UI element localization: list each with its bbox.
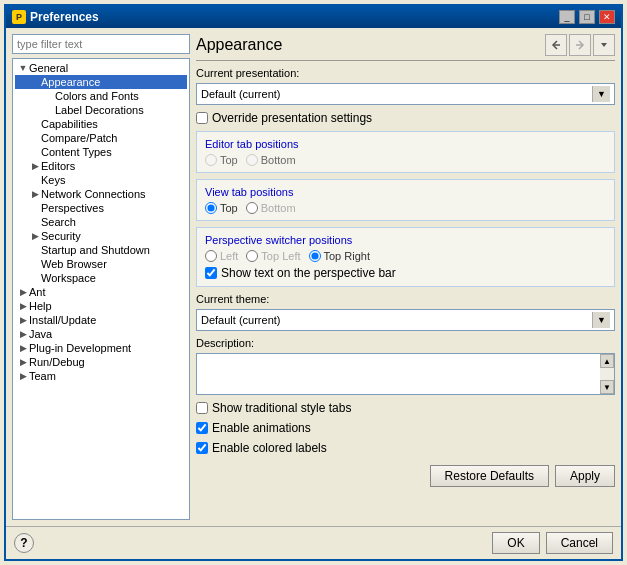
expand-icon [29, 272, 41, 284]
show-traditional-label: Show traditional style tabs [212, 401, 351, 415]
view-tab-bottom-option: Bottom [246, 202, 296, 214]
maximize-button[interactable]: □ [579, 10, 595, 24]
restore-defaults-button[interactable]: Restore Defaults [430, 465, 549, 487]
tree-item-startup-shutdown[interactable]: Startup and Shutdown [15, 243, 187, 257]
back-button[interactable] [545, 34, 567, 56]
expand-icon: ▶ [17, 328, 29, 340]
forward-button[interactable] [569, 34, 591, 56]
perspective-left-option: Left [205, 250, 238, 262]
filter-input[interactable] [12, 34, 190, 54]
tree-item-install-update[interactable]: ▶ Install/Update [15, 313, 187, 327]
description-row: Description: ▲ ▼ [196, 337, 615, 395]
editor-tab-bottom-radio[interactable] [246, 154, 258, 166]
tree-item-compare-patch[interactable]: Compare/Patch [15, 131, 187, 145]
description-scrollbar: ▲ ▼ [600, 354, 614, 394]
expand-icon [29, 202, 41, 214]
tree-item-appearance[interactable]: Appearance [15, 75, 187, 89]
tree-item-web-browser[interactable]: Web Browser [15, 257, 187, 271]
tree-item-keys[interactable]: Keys [15, 173, 187, 187]
tree-item-ant[interactable]: ▶ Ant [15, 285, 187, 299]
view-tab-bottom-radio[interactable] [246, 202, 258, 214]
perspective-topright-radio[interactable] [309, 250, 321, 262]
left-panel: ▼ General Appearance Colors and Fonts La… [12, 34, 190, 520]
tree-item-team[interactable]: ▶ Team [15, 369, 187, 383]
show-text-checkbox[interactable] [205, 267, 217, 279]
help-button[interactable]: ? [14, 533, 34, 553]
perspective-left-radio[interactable] [205, 250, 217, 262]
tree-item-java[interactable]: ▶ Java [15, 327, 187, 341]
enable-colored-labels-row: Enable colored labels [196, 441, 615, 455]
apply-button[interactable]: Apply [555, 465, 615, 487]
tree-item-perspectives[interactable]: Perspectives [15, 201, 187, 215]
tree-item-editors[interactable]: ▶ Editors [15, 159, 187, 173]
enable-animations-label: Enable animations [212, 421, 311, 435]
expand-icon: ▶ [29, 230, 41, 242]
override-checkbox[interactable] [196, 112, 208, 124]
bottom-buttons-row: Restore Defaults Apply [196, 461, 615, 489]
show-traditional-checkbox[interactable] [196, 402, 208, 414]
tree-item-search[interactable]: Search [15, 215, 187, 229]
perspective-topleft-radio[interactable] [246, 250, 258, 262]
enable-animations-checkbox[interactable] [196, 422, 208, 434]
menu-dropdown-button[interactable] [593, 34, 615, 56]
expand-icon: ▶ [17, 356, 29, 368]
tree-item-capabilities[interactable]: Capabilities [15, 117, 187, 131]
perspective-switcher-section: Perspective switcher positions Left Top … [196, 227, 615, 287]
section-title: Appearance [196, 36, 545, 54]
editor-tab-top-option: Top [205, 154, 238, 166]
svg-marker-2 [601, 43, 607, 47]
view-tab-section: View tab positions Top Bottom [196, 179, 615, 221]
view-tab-top-label: Top [220, 202, 238, 214]
preferences-window: P Preferences _ □ ✕ ▼ General Appearance [4, 4, 623, 561]
expand-icon: ▶ [17, 300, 29, 312]
expand-icon: ▶ [29, 160, 41, 172]
show-text-row: Show text on the perspective bar [205, 266, 606, 280]
tree-item-content-types[interactable]: Content Types [15, 145, 187, 159]
right-panel: Appearance Current presentation: [196, 34, 615, 520]
scroll-down-button[interactable]: ▼ [600, 380, 614, 394]
enable-colored-labels-label: Enable colored labels [212, 441, 327, 455]
view-tab-section-title: View tab positions [205, 186, 606, 198]
perspective-topleft-option: Top Left [246, 250, 300, 262]
tree-item-workspace[interactable]: Workspace [15, 271, 187, 285]
view-tab-top-radio[interactable] [205, 202, 217, 214]
expand-icon [29, 76, 41, 88]
editor-tab-section-title: Editor tab positions [205, 138, 606, 150]
tree-item-colors-fonts[interactable]: Colors and Fonts [15, 89, 187, 103]
expand-icon: ▼ [17, 62, 29, 74]
description-label: Description: [196, 337, 615, 349]
enable-animations-row: Enable animations [196, 421, 615, 435]
footer: ? OK Cancel [6, 526, 621, 559]
show-traditional-row: Show traditional style tabs [196, 401, 615, 415]
tree-item-run-debug[interactable]: ▶ Run/Debug [15, 355, 187, 369]
view-tab-radio-row: Top Bottom [205, 202, 606, 214]
perspective-switcher-radio-row: Left Top Left Top Right [205, 250, 606, 262]
expand-icon: ▶ [17, 370, 29, 382]
tree-item-plugin-dev[interactable]: ▶ Plug-in Development [15, 341, 187, 355]
tree-item-network[interactable]: ▶ Network Connections [15, 187, 187, 201]
tree-item-help[interactable]: ▶ Help [15, 299, 187, 313]
current-theme-combo[interactable]: Default (current) ▼ [196, 309, 615, 331]
ok-button[interactable]: OK [492, 532, 539, 554]
tree-item-label-decorations[interactable]: Label Decorations [15, 103, 187, 117]
expand-icon [43, 104, 55, 116]
toolbar-icons [545, 34, 615, 56]
perspective-topleft-label: Top Left [261, 250, 300, 262]
current-presentation-combo[interactable]: Default (current) ▼ [196, 83, 615, 105]
editor-tab-top-radio[interactable] [205, 154, 217, 166]
perspective-left-label: Left [220, 250, 238, 262]
close-button[interactable]: ✕ [599, 10, 615, 24]
minimize-button[interactable]: _ [559, 10, 575, 24]
scroll-up-button[interactable]: ▲ [600, 354, 614, 368]
content-area: ▼ General Appearance Colors and Fonts La… [6, 28, 621, 526]
cancel-button[interactable]: Cancel [546, 532, 613, 554]
tree-item-general[interactable]: ▼ General [15, 61, 187, 75]
window-icon: P [12, 10, 26, 24]
tree-item-security[interactable]: ▶ Security [15, 229, 187, 243]
perspective-switcher-title: Perspective switcher positions [205, 234, 606, 246]
show-text-label: Show text on the perspective bar [221, 266, 396, 280]
enable-colored-labels-checkbox[interactable] [196, 442, 208, 454]
current-presentation-label: Current presentation: [196, 67, 615, 79]
editor-tab-bottom-label: Bottom [261, 154, 296, 166]
expand-icon: ▶ [17, 342, 29, 354]
